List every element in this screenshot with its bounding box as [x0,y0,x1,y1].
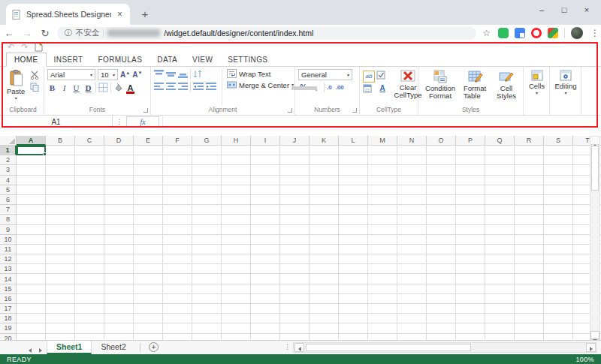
cell-k6[interactable] [310,195,339,205]
align-bottom-icon[interactable] [178,70,188,78]
cell-b5[interactable] [46,185,75,195]
undo-icon[interactable]: ↶ [8,42,14,52]
cell-d19[interactable] [104,323,134,333]
cell-s2[interactable] [544,155,573,165]
ribbon-resize-handle[interactable] [291,86,317,90]
cell-g2[interactable] [192,155,222,165]
paste-button[interactable]: Paste ▾ [5,69,26,106]
cell-o1[interactable] [427,146,456,155]
cell-s17[interactable] [544,304,573,314]
cell-i17[interactable] [251,304,280,314]
cell-j16[interactable] [280,294,310,304]
cell-c18[interactable] [75,314,104,323]
cell-h19[interactable] [222,323,251,333]
cell-l13[interactable] [339,264,368,274]
cell-n12[interactable] [397,254,427,264]
cell-p11[interactable] [456,245,485,254]
cell-q12[interactable] [485,254,515,264]
bookmark-star-icon[interactable]: ☆ [482,28,491,38]
cell-b9[interactable] [46,225,75,235]
cell-r15[interactable] [515,284,544,294]
cell-c9[interactable] [75,225,104,235]
numbers-dialog-launcher-icon[interactable] [352,108,357,113]
cell-b6[interactable] [46,195,75,205]
cell-r4[interactable] [515,176,544,185]
column-header-i[interactable]: I [251,136,280,146]
info-icon[interactable]: ⓘ [65,28,72,38]
cell-b13[interactable] [46,264,75,274]
cell-h11[interactable] [222,245,251,254]
cell-c20[interactable] [75,334,104,340]
address-bar[interactable]: ⓘ 不安全 /widget.default/designer/content/i… [57,27,477,40]
cell-l3[interactable] [339,165,368,175]
ribbon-tab-data[interactable]: DATA [149,53,185,66]
hyperlink-celltype-button[interactable]: A [376,84,388,96]
cell-j14[interactable] [280,274,310,284]
checkbox-celltype-button[interactable] [376,71,388,83]
cell-k12[interactable] [310,254,339,264]
cell-f1[interactable] [163,146,192,155]
cell-a6[interactable] [17,195,46,205]
ribbon-tab-settings[interactable]: SETTINGS [220,53,275,66]
cell-e8[interactable] [134,215,163,224]
cell-k2[interactable] [310,155,339,165]
fill-handle[interactable] [43,152,47,156]
cell-r17[interactable] [515,304,544,314]
cell-j8[interactable] [280,215,310,224]
cell-n4[interactable] [397,176,427,185]
cell-n15[interactable] [397,284,427,294]
cell-c16[interactable] [75,294,104,304]
translate-extension-icon[interactable] [515,28,525,38]
fonts-dialog-launcher-icon[interactable] [143,108,148,113]
cell-g10[interactable] [192,235,222,245]
cell-d20[interactable] [104,334,134,340]
cell-j15[interactable] [280,284,310,294]
column-header-n[interactable]: N [397,136,427,146]
cell-a19[interactable] [17,323,46,333]
align-center-icon[interactable] [166,83,176,91]
cell-e3[interactable] [134,165,163,175]
cell-e11[interactable] [134,245,163,254]
cell-d7[interactable] [104,205,134,215]
cell-k18[interactable] [310,314,339,323]
cell-c8[interactable] [75,215,104,224]
italic-button[interactable]: I [59,83,69,92]
cell-n5[interactable] [397,185,427,195]
align-top-icon[interactable] [154,70,164,78]
cell-g6[interactable] [192,195,222,205]
row-header-6[interactable]: 6 [0,195,17,205]
forward-button[interactable]: → [18,28,36,39]
cell-d13[interactable] [104,264,134,274]
cell-d16[interactable] [104,294,134,304]
cell-d5[interactable] [104,185,134,195]
profile-avatar[interactable] [571,27,583,39]
cell-m9[interactable] [368,225,397,235]
cell-b2[interactable] [46,155,75,165]
cell-q16[interactable] [485,294,515,304]
cell-b15[interactable] [46,284,75,294]
cell-b7[interactable] [46,205,75,215]
cell-s15[interactable] [544,284,573,294]
cell-e5[interactable] [134,185,163,195]
double-underline-button[interactable]: D [83,83,93,92]
cell-m5[interactable] [368,185,397,195]
cell-e2[interactable] [134,155,163,165]
cell-e4[interactable] [134,176,163,185]
cell-m8[interactable] [368,215,397,224]
cell-o9[interactable] [427,225,456,235]
cell-s7[interactable] [544,205,573,215]
cell-o18[interactable] [427,314,456,323]
alignment-dialog-launcher-icon[interactable] [288,108,292,113]
cell-k13[interactable] [310,264,339,274]
cell-l5[interactable] [339,185,368,195]
cell-g19[interactable] [192,323,222,333]
cell-p15[interactable] [456,284,485,294]
ribbon-tab-formulas[interactable]: FORMULAS [91,53,150,66]
cell-d9[interactable] [104,225,134,235]
cell-l16[interactable] [339,294,368,304]
cell-i20[interactable] [251,334,280,340]
cell-i18[interactable] [251,314,280,323]
add-sheet-button[interactable]: + [149,342,159,352]
evernote-extension-icon[interactable] [498,28,509,38]
increase-font-size-button[interactable]: A▲ [120,71,130,79]
